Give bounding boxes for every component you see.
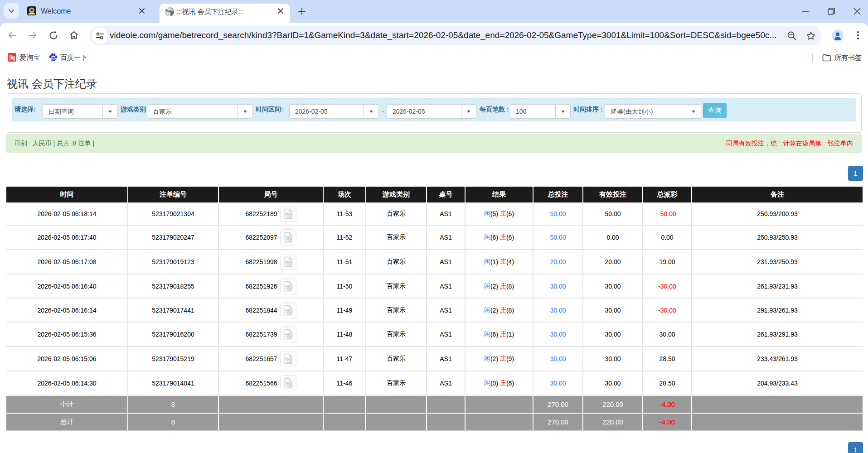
svg-text:du: du xyxy=(51,57,56,61)
svg-text:淘: 淘 xyxy=(9,54,15,61)
